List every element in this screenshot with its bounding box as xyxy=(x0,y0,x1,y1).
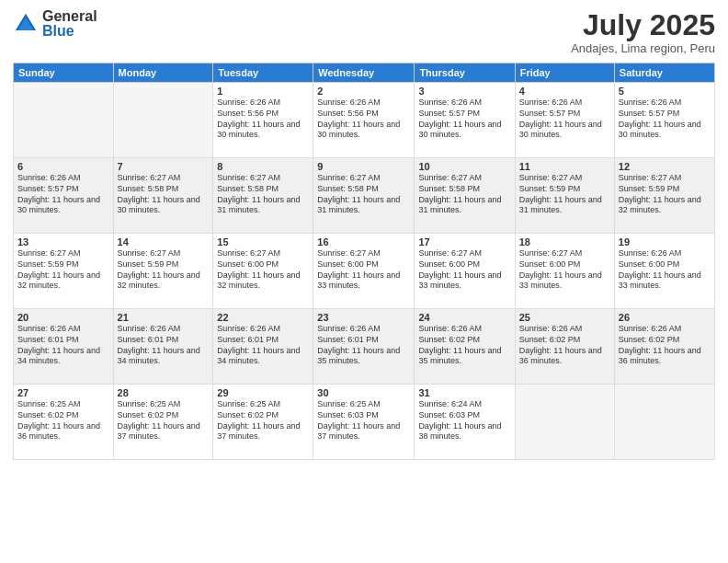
logo-general: General xyxy=(42,9,97,24)
day-number: 8 xyxy=(217,161,309,172)
calendar-day-cell: 10Sunrise: 6:27 AM Sunset: 5:58 PM Dayli… xyxy=(415,158,515,234)
day-info: Sunrise: 6:26 AM Sunset: 6:01 PM Dayligh… xyxy=(118,324,210,367)
calendar-day-cell: 5Sunrise: 6:26 AM Sunset: 5:57 PM Daylig… xyxy=(614,83,714,158)
day-info: Sunrise: 6:26 AM Sunset: 6:02 PM Dayligh… xyxy=(418,324,510,367)
day-info: Sunrise: 6:27 AM Sunset: 5:58 PM Dayligh… xyxy=(217,173,309,216)
day-info: Sunrise: 6:25 AM Sunset: 6:02 PM Dayligh… xyxy=(217,399,309,442)
day-info: Sunrise: 6:27 AM Sunset: 5:59 PM Dayligh… xyxy=(17,248,109,292)
calendar-day-header: Friday xyxy=(515,63,614,83)
calendar-week-row: 1Sunrise: 6:26 AM Sunset: 5:56 PM Daylig… xyxy=(14,83,715,158)
calendar-day-cell: 21Sunrise: 6:26 AM Sunset: 6:01 PM Dayli… xyxy=(113,309,213,385)
calendar-day-header: Monday xyxy=(113,63,213,83)
month-title: July 2025 xyxy=(571,9,715,41)
day-number: 13 xyxy=(17,236,109,247)
calendar-day-cell: 25Sunrise: 6:26 AM Sunset: 6:02 PM Dayli… xyxy=(515,309,614,385)
calendar-week-row: 27Sunrise: 6:25 AM Sunset: 6:02 PM Dayli… xyxy=(14,385,715,460)
calendar-day-cell: 15Sunrise: 6:27 AM Sunset: 6:00 PM Dayli… xyxy=(213,234,313,309)
calendar-day-cell: 8Sunrise: 6:27 AM Sunset: 5:58 PM Daylig… xyxy=(213,158,313,234)
day-number: 14 xyxy=(118,236,210,247)
day-number: 29 xyxy=(217,387,309,398)
calendar-day-cell: 7Sunrise: 6:27 AM Sunset: 5:58 PM Daylig… xyxy=(113,158,213,234)
day-number: 25 xyxy=(519,312,610,323)
calendar-week-row: 20Sunrise: 6:26 AM Sunset: 6:01 PM Dayli… xyxy=(14,309,715,385)
logo-icon xyxy=(13,11,39,37)
location: Andajes, Lima region, Peru xyxy=(571,41,715,55)
day-number: 9 xyxy=(317,161,410,172)
header: General Blue July 2025 Andajes, Lima reg… xyxy=(13,9,715,55)
calendar-day-cell: 27Sunrise: 6:25 AM Sunset: 6:02 PM Dayli… xyxy=(14,385,114,460)
calendar-day-cell: 1Sunrise: 6:26 AM Sunset: 5:56 PM Daylig… xyxy=(213,83,313,158)
day-number: 22 xyxy=(217,312,309,323)
day-number: 28 xyxy=(118,387,210,398)
day-info: Sunrise: 6:25 AM Sunset: 6:03 PM Dayligh… xyxy=(317,399,410,442)
day-info: Sunrise: 6:26 AM Sunset: 5:56 PM Dayligh… xyxy=(317,98,410,141)
day-number: 2 xyxy=(317,86,410,97)
calendar-header-row: SundayMondayTuesdayWednesdayThursdayFrid… xyxy=(14,63,715,83)
day-info: Sunrise: 6:25 AM Sunset: 6:02 PM Dayligh… xyxy=(118,399,210,442)
calendar-day-cell: 16Sunrise: 6:27 AM Sunset: 6:00 PM Dayli… xyxy=(313,234,415,309)
calendar-day-header: Thursday xyxy=(415,63,515,83)
calendar-day-header: Sunday xyxy=(14,63,114,83)
day-number: 5 xyxy=(619,86,711,97)
day-info: Sunrise: 6:27 AM Sunset: 5:58 PM Dayligh… xyxy=(118,173,210,216)
calendar-day-cell xyxy=(113,83,213,158)
calendar-day-cell: 30Sunrise: 6:25 AM Sunset: 6:03 PM Dayli… xyxy=(313,385,415,460)
calendar-day-cell xyxy=(515,385,614,460)
day-info: Sunrise: 6:26 AM Sunset: 6:02 PM Dayligh… xyxy=(619,324,711,367)
day-number: 17 xyxy=(418,236,510,247)
calendar-day-cell: 11Sunrise: 6:27 AM Sunset: 5:59 PM Dayli… xyxy=(515,158,614,234)
logo-blue: Blue xyxy=(42,24,97,39)
day-info: Sunrise: 6:25 AM Sunset: 6:02 PM Dayligh… xyxy=(17,399,109,442)
calendar-week-row: 6Sunrise: 6:26 AM Sunset: 5:57 PM Daylig… xyxy=(14,158,715,234)
calendar-day-cell: 28Sunrise: 6:25 AM Sunset: 6:02 PM Dayli… xyxy=(113,385,213,460)
day-number: 31 xyxy=(418,387,510,398)
day-info: Sunrise: 6:26 AM Sunset: 6:01 PM Dayligh… xyxy=(217,324,309,367)
calendar-day-cell: 20Sunrise: 6:26 AM Sunset: 6:01 PM Dayli… xyxy=(14,309,114,385)
calendar-day-cell xyxy=(14,83,114,158)
page: General Blue July 2025 Andajes, Lima reg… xyxy=(0,0,728,563)
calendar: SundayMondayTuesdayWednesdayThursdayFrid… xyxy=(13,63,715,460)
calendar-day-cell: 4Sunrise: 6:26 AM Sunset: 5:57 PM Daylig… xyxy=(515,83,614,158)
day-info: Sunrise: 6:27 AM Sunset: 5:59 PM Dayligh… xyxy=(619,173,711,216)
calendar-day-cell: 3Sunrise: 6:26 AM Sunset: 5:57 PM Daylig… xyxy=(415,83,515,158)
day-info: Sunrise: 6:26 AM Sunset: 5:57 PM Dayligh… xyxy=(619,98,711,141)
day-number: 3 xyxy=(418,86,510,97)
day-info: Sunrise: 6:26 AM Sunset: 5:56 PM Dayligh… xyxy=(217,98,309,141)
day-number: 1 xyxy=(217,86,309,97)
calendar-day-cell: 17Sunrise: 6:27 AM Sunset: 6:00 PM Dayli… xyxy=(415,234,515,309)
calendar-day-cell: 9Sunrise: 6:27 AM Sunset: 5:58 PM Daylig… xyxy=(313,158,415,234)
day-number: 26 xyxy=(619,312,711,323)
day-info: Sunrise: 6:27 AM Sunset: 5:58 PM Dayligh… xyxy=(317,173,410,216)
calendar-day-cell: 19Sunrise: 6:26 AM Sunset: 6:00 PM Dayli… xyxy=(614,234,714,309)
calendar-day-header: Wednesday xyxy=(313,63,415,83)
day-number: 30 xyxy=(317,387,410,398)
calendar-day-cell: 18Sunrise: 6:27 AM Sunset: 6:00 PM Dayli… xyxy=(515,234,614,309)
day-number: 11 xyxy=(519,161,610,172)
day-number: 18 xyxy=(519,236,610,247)
day-number: 27 xyxy=(17,387,109,398)
day-info: Sunrise: 6:27 AM Sunset: 5:59 PM Dayligh… xyxy=(519,173,610,216)
calendar-day-cell: 26Sunrise: 6:26 AM Sunset: 6:02 PM Dayli… xyxy=(614,309,714,385)
day-info: Sunrise: 6:26 AM Sunset: 6:00 PM Dayligh… xyxy=(619,248,711,292)
calendar-day-header: Saturday xyxy=(614,63,714,83)
day-number: 6 xyxy=(17,161,109,172)
calendar-day-cell: 29Sunrise: 6:25 AM Sunset: 6:02 PM Dayli… xyxy=(213,385,313,460)
calendar-day-cell: 14Sunrise: 6:27 AM Sunset: 5:59 PM Dayli… xyxy=(113,234,213,309)
day-info: Sunrise: 6:26 AM Sunset: 5:57 PM Dayligh… xyxy=(17,173,109,216)
day-info: Sunrise: 6:27 AM Sunset: 5:58 PM Dayligh… xyxy=(418,173,510,216)
calendar-day-cell: 6Sunrise: 6:26 AM Sunset: 5:57 PM Daylig… xyxy=(14,158,114,234)
logo: General Blue xyxy=(13,9,97,39)
day-number: 15 xyxy=(217,236,309,247)
day-number: 4 xyxy=(519,86,610,97)
calendar-day-cell: 23Sunrise: 6:26 AM Sunset: 6:01 PM Dayli… xyxy=(313,309,415,385)
calendar-day-cell xyxy=(614,385,714,460)
calendar-day-cell: 31Sunrise: 6:24 AM Sunset: 6:03 PM Dayli… xyxy=(415,385,515,460)
calendar-day-cell: 13Sunrise: 6:27 AM Sunset: 5:59 PM Dayli… xyxy=(14,234,114,309)
title-section: July 2025 Andajes, Lima region, Peru xyxy=(571,9,715,55)
day-info: Sunrise: 6:26 AM Sunset: 6:02 PM Dayligh… xyxy=(519,324,610,367)
day-number: 19 xyxy=(619,236,711,247)
day-info: Sunrise: 6:27 AM Sunset: 6:00 PM Dayligh… xyxy=(519,248,610,292)
day-number: 23 xyxy=(317,312,410,323)
logo-text: General Blue xyxy=(42,9,97,39)
day-number: 7 xyxy=(118,161,210,172)
